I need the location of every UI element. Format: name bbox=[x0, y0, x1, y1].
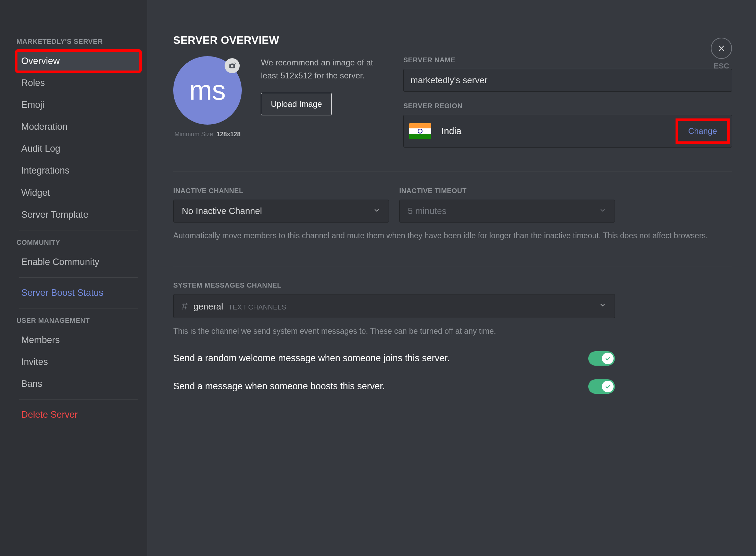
min-size-text: Minimum Size: 128x128 bbox=[174, 131, 240, 138]
upload-image-icon bbox=[225, 58, 240, 73]
boost-message-toggle-label: Send a message when someone boosts this … bbox=[173, 381, 385, 392]
system-channel-group: TEXT CHANNELS bbox=[228, 303, 286, 311]
inactive-channel-select[interactable]: No Inactive Channel bbox=[173, 200, 389, 223]
sidebar-item-invites[interactable]: Invites bbox=[16, 352, 140, 372]
sidebar-item-overview[interactable]: Overview bbox=[16, 51, 140, 72]
welcome-message-toggle[interactable] bbox=[588, 351, 615, 366]
sidebar-header-community: COMMUNITY bbox=[16, 235, 140, 251]
avatar-text: ms bbox=[189, 75, 226, 106]
inactive-timeout-value: 5 minutes bbox=[408, 206, 446, 216]
boost-message-toggle[interactable] bbox=[588, 379, 615, 394]
sidebar-header-user-mgmt: USER MANAGEMENT bbox=[16, 313, 140, 329]
chevron-down-icon bbox=[373, 206, 380, 216]
inactive-channel-value: No Inactive Channel bbox=[182, 206, 262, 216]
close-label: ESC bbox=[714, 62, 729, 71]
recommend-text: We recommend an image of at least 512x51… bbox=[261, 56, 384, 83]
sidebar-item-delete-server[interactable]: Delete Server bbox=[16, 404, 140, 425]
divider bbox=[173, 172, 732, 172]
hash-icon: # bbox=[182, 300, 188, 312]
divider bbox=[19, 230, 138, 230]
upload-image-button[interactable]: Upload Image bbox=[261, 93, 332, 115]
sidebar-item-roles[interactable]: Roles bbox=[16, 73, 140, 93]
check-icon bbox=[602, 381, 614, 392]
server-region-row: India Change bbox=[403, 115, 732, 148]
chevron-down-icon bbox=[599, 301, 606, 311]
inactive-help-text: Automatically move members to this chann… bbox=[173, 229, 732, 242]
sidebar-item-server-template[interactable]: Server Template bbox=[16, 204, 140, 225]
inactive-timeout-label: INACTIVE TIMEOUT bbox=[399, 187, 615, 195]
sidebar-item-emoji[interactable]: Emoji bbox=[16, 94, 140, 115]
inactive-timeout-select[interactable]: 5 minutes bbox=[399, 200, 615, 223]
chevron-down-icon bbox=[599, 206, 606, 216]
system-channel-label: SYSTEM MESSAGES CHANNEL bbox=[173, 281, 732, 289]
welcome-message-toggle-label: Send a random welcome message when someo… bbox=[173, 353, 450, 364]
system-channel-select[interactable]: # general TEXT CHANNELS bbox=[173, 294, 615, 318]
change-region-button[interactable]: Change bbox=[678, 121, 727, 141]
divider bbox=[19, 308, 138, 308]
sidebar-item-enable-community[interactable]: Enable Community bbox=[16, 252, 140, 273]
sidebar-item-bans[interactable]: Bans bbox=[16, 374, 140, 394]
divider bbox=[19, 399, 138, 400]
system-help-text: This is the channel we send system event… bbox=[173, 325, 732, 338]
close-button[interactable]: ESC bbox=[711, 38, 732, 71]
sidebar-header-server: MARKETEDLY'S SERVER bbox=[16, 34, 140, 50]
server-name-label: SERVER NAME bbox=[403, 56, 732, 64]
sidebar-item-widget[interactable]: Widget bbox=[16, 182, 140, 203]
server-name-input[interactable] bbox=[403, 69, 732, 92]
page-title: SERVER OVERVIEW bbox=[173, 34, 732, 47]
sidebar-item-audit-log[interactable]: Audit Log bbox=[16, 138, 140, 159]
inactive-channel-label: INACTIVE CHANNEL bbox=[173, 187, 389, 195]
check-icon bbox=[602, 353, 614, 364]
server-region-label: SERVER REGION bbox=[403, 102, 732, 110]
close-icon bbox=[711, 38, 732, 59]
region-name: India bbox=[438, 126, 669, 137]
divider bbox=[173, 266, 732, 266]
sidebar-item-boost-status[interactable]: Server Boost Status bbox=[16, 282, 140, 303]
settings-sidebar: MARKETEDLY'S SERVER Overview Roles Emoji… bbox=[0, 0, 147, 556]
main-panel: ESC SERVER OVERVIEW ms Minimum Size: 128… bbox=[147, 0, 756, 556]
divider bbox=[19, 277, 138, 278]
system-channel-value: general bbox=[193, 301, 223, 312]
server-avatar[interactable]: ms bbox=[173, 56, 242, 125]
sidebar-item-members[interactable]: Members bbox=[16, 330, 140, 351]
sidebar-item-moderation[interactable]: Moderation bbox=[16, 116, 140, 137]
sidebar-item-integrations[interactable]: Integrations bbox=[16, 160, 140, 181]
india-flag-icon bbox=[409, 123, 431, 139]
